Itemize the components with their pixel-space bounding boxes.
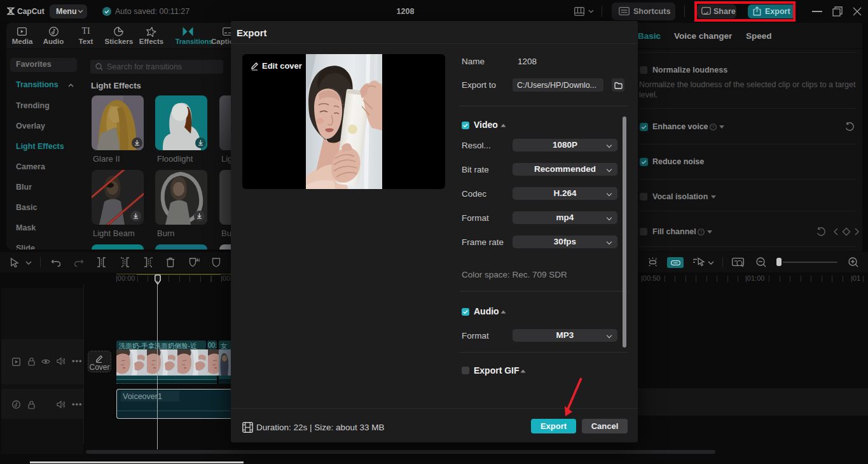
svg-text:?: ?	[712, 125, 715, 129]
svg-text:AI: AI	[196, 258, 200, 262]
svg-text:?: ?	[700, 230, 703, 234]
